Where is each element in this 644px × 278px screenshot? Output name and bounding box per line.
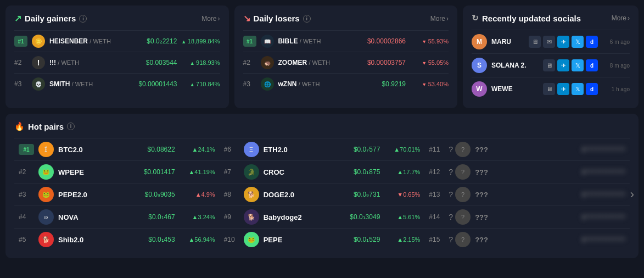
table-row[interactable]: #15 ? ? ??? $???????????? [424,228,630,251]
daily-losers-card: ↘ Daily losers i More › #1 📖 BIBLE / WET… [234,5,458,108]
social-name: SOLANA 2. [491,62,539,69]
twitter-icon[interactable]: 𝕏 [572,36,584,48]
token-name: NOVA [58,213,121,221]
table-row[interactable]: #5 🐕 Shib2.0 $0.0₁453 ▲56.94% [14,228,220,251]
token-name: Shib2.0 [58,236,121,244]
token-name: BIBLE / WETH [278,37,352,45]
token-price: $0.003544 [128,59,177,66]
daily-gainers-title: ↗ Daily gainers i [14,13,87,24]
table-row[interactable]: #1 ₿ BTC2.0 $0.08622 ▲24.1% [14,138,220,160]
daily-gainers-more-link[interactable]: More › [201,15,220,23]
rank-num: #2 [19,168,34,176]
token-change: 55.05% [410,59,449,66]
table-row[interactable]: #13 ? ? ??? $???????????? [424,183,630,205]
avatar: M [472,34,487,49]
table-row[interactable]: #4 ∞ NOVA $0.0₁467 ▲3.24% [14,205,220,228]
token-icon: 🌐 [261,77,274,91]
token-name: ??? [475,213,561,221]
rank-num: #7 [224,168,239,176]
token-icon: ? [455,187,471,202]
rank-num: #3 [14,80,27,88]
token-change: ▲24.1% [180,146,215,153]
token-icon: ∞ [38,209,54,225]
locked-price: $???????????? [565,191,625,198]
time-ago: 8 m ago [602,63,630,69]
token-price: $0.0₉731 [331,191,380,198]
extra-social-icon[interactable]: d [586,36,598,48]
recently-updated-title: ↻ Recently updated socials [472,13,581,23]
token-name: DOGE2.0 [264,191,327,199]
token-change: ▼0.65% [384,191,420,198]
table-row[interactable]: #8 🐕 DOGE2.0 $0.0₉731 ▼0.65% [220,183,425,205]
table-row[interactable]: #2 🐸 WPEPE $0.001417 ▲41.19% [14,160,220,183]
table-row[interactable]: #2 ! !!! / WETH $0.003544 918.93% [14,52,220,73]
token-name: ZOOMER / WETH [278,59,352,66]
token-name: ETH2.0 [264,146,327,154]
token-icon: ? [455,164,471,180]
token-name: !!! / WETH [49,59,124,66]
table-row[interactable]: #7 🐊 CROC $0.0₁875 ▲17.7% [220,160,425,183]
token-price: $0.0₁875 [331,168,380,176]
extra-social-icon[interactable]: d [586,83,598,95]
recently-updated-more-link[interactable]: More › [612,14,630,22]
token-icon: 🐕 [244,209,259,225]
token-change: ▲41.19% [180,169,215,175]
token-icon: 📖 [261,35,274,48]
table-row[interactable]: #9 🐕 Babydoge2 $0.0₁3049 ▲5.61% [220,205,425,228]
rank-num: #12 [429,168,444,176]
rank-num: #2 [243,59,256,66]
token-icon: ? [455,232,471,247]
twitter-icon[interactable]: 𝕏 [572,59,584,71]
rank-num: #4 [19,213,34,221]
table-row[interactable]: #14 ? ? ??? $???????????? [424,205,630,228]
daily-losers-info-icon[interactable]: i [303,15,311,23]
mail-icon[interactable]: ✉ [543,36,555,48]
token-icon: 🦔 [261,56,274,69]
daily-gainers-header: ↗ Daily gainers i More › [14,13,220,24]
telegram-icon[interactable]: ✈ [557,83,569,95]
website-icon[interactable]: 🖥 [543,59,555,71]
token-change: 918.93% [182,59,220,66]
rank-num: #6 [224,146,239,153]
telegram-icon[interactable]: ✈ [557,59,569,71]
token-name: BTC2.0 [58,146,121,154]
social-icons: 🖥 ✈ 𝕏 d [543,59,598,71]
token-price: $0.00003757 [356,59,406,66]
hot-pairs-info-icon[interactable]: i [67,123,75,130]
daily-losers-more-link[interactable]: More › [430,15,449,23]
token-change: 55.93% [410,38,449,45]
table-row[interactable]: #11 ? ? ??? $???????????? [424,138,630,160]
social-row[interactable]: M MARU 🖥 ✉ ✈ 𝕏 d 6 m ago [472,30,630,53]
table-row[interactable]: #10 🐸 PEPE $0.0₁529 ▲2.15% [220,228,425,251]
telegram-icon[interactable]: ✈ [557,36,569,48]
token-change: ▲5.61% [384,214,420,220]
token-change: ▲70.01% [384,146,420,153]
table-row[interactable]: #3 🐸 PEPE2.0 $0.0₉9035 ▲4.9% [14,183,220,205]
rank-num: #11 [429,146,444,153]
social-row[interactable]: W WEWE 🖥 ✈ 𝕏 d 1 h ago [472,77,630,101]
token-icon: 🐸 [244,232,259,247]
hot-pairs-card: 🔥 Hot pairs i #1 ₿ BTC2.0 $0.08622 ▲24.1… [5,114,639,258]
table-row[interactable]: #12 ? ? ??? $???????????? [424,160,630,183]
website-icon[interactable]: 🖥 [529,36,541,48]
daily-gainers-card: ↗ Daily gainers i More › #1 🪙 HEISENBER … [5,5,229,108]
locked-price: $???????????? [565,236,625,243]
extra-social-icon[interactable]: d [586,59,598,71]
token-price: $0.001417 [126,168,175,176]
social-row[interactable]: S SOLANA 2. 🖥 ✈ 𝕏 d 8 m ago [472,53,630,77]
daily-gainers-info-icon[interactable]: i [79,15,87,23]
hot-pairs-right-col: #11 ? ? ??? $???????????? #12 ? ? ??? $? [424,138,630,251]
token-icon: ? [455,209,471,225]
table-row[interactable]: #3 🌐 wZNN / WETH $0.9219 53.40% [243,73,449,94]
table-row[interactable]: #1 🪙 HEISENBER / WETH $0.0₂2212 18,899.8… [14,30,220,52]
twitter-icon[interactable]: 𝕏 [572,83,584,95]
token-icon: 💀 [32,77,45,91]
table-row[interactable]: #3 💀 SMITH / WETH $0.00001443 710.84% [14,73,220,94]
table-row[interactable]: #2 🦔 ZOOMER / WETH $0.00003757 55.05% [243,52,449,73]
table-row[interactable]: #6 Ξ ETH2.0 $0.0₇577 ▲70.01% [220,138,425,160]
token-price: $0.08622 [126,146,175,153]
website-icon[interactable]: 🖥 [543,83,555,95]
table-row[interactable]: #1 📖 BIBLE / WETH $0.00002866 55.93% [243,30,449,52]
chevron-right-icon[interactable]: › [630,187,634,202]
rank-num: #10 [224,236,239,243]
